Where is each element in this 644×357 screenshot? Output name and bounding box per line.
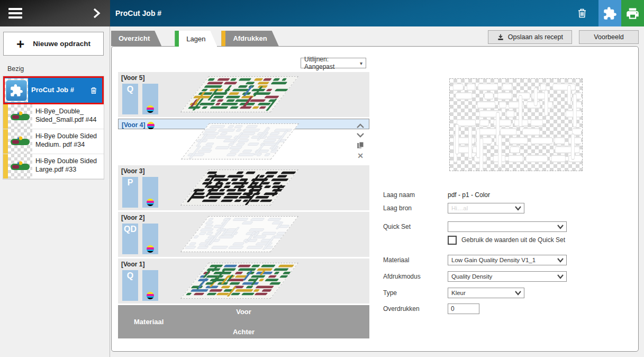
layer-color-bar: [142, 84, 158, 114]
laag-bron-row: Laag bron Hi…al: [383, 203, 524, 213]
layer-row-voor-1[interactable]: [Voor 1] Q: [118, 258, 369, 304]
materiaal-value: Low Gain Quality Density V1_1: [451, 257, 536, 263]
job-preview-logo: [10, 136, 31, 147]
type-row: Type Kleur: [383, 288, 524, 298]
back-side-label: Achter: [118, 328, 369, 336]
afdrukmodus-label: Afdrukmodus: [383, 273, 448, 280]
job-sidebar: + Nieuwe opdracht Bezig ProCut Job #: [0, 26, 110, 357]
tab-bar: Overzicht Lagen Afdrukken: [111, 31, 279, 46]
layer-mode-label: Q: [127, 271, 133, 281]
titlebar-actions: [576, 0, 644, 26]
save-recipe-label: Opslaan als recept: [508, 33, 563, 41]
duplicate-layer-icon[interactable]: [357, 141, 364, 149]
layer-row-voor-3[interactable]: [Voor 3] P: [118, 165, 369, 210]
align-dropdown[interactable]: Uitlijnen: Aangepast ▾: [301, 58, 366, 68]
preview-label: Voorbeeld: [594, 33, 623, 41]
layer-thumbnail: [180, 263, 298, 299]
job-item-medium[interactable]: Hi-Bye Double Sided Medium. pdf #34: [3, 129, 104, 154]
job-item-small[interactable]: Hi-Bye_Double_ Sided_Small.pdf #44: [3, 104, 104, 129]
window-title: ProCut Job #: [115, 9, 161, 17]
job-item-large[interactable]: Hi-Bye Double Sided Large.pdf #33: [3, 154, 104, 179]
sidebar-expand-chevron-icon[interactable]: [91, 7, 102, 19]
job-name: ProCut Job #: [28, 86, 89, 95]
material-side-label: Materiaal: [134, 318, 164, 326]
afdrukmodus-select[interactable]: Quality Density: [448, 271, 567, 282]
select-chevron-icon: [514, 205, 522, 212]
layer-id: [Voor 3]: [121, 167, 144, 175]
tab-accent-yellow: [221, 31, 225, 46]
tab-overzicht[interactable]: Overzicht: [111, 31, 161, 46]
tab-accent-green: [175, 31, 179, 47]
afdrukmodus-value: Quality Density: [451, 273, 492, 280]
layer-row-voor-2[interactable]: [Voor 2] QD: [118, 212, 369, 257]
job-thumbnail: [5, 78, 28, 102]
delete-job-icon[interactable]: [576, 7, 588, 20]
job-name: Hi-Bye Double Sided Large.pdf #33: [32, 154, 104, 178]
cmyk-icon: [147, 292, 154, 299]
dropdown-caret-icon: ▾: [360, 60, 362, 66]
layer-mode-label: P: [128, 178, 133, 188]
use-quick-set-checkbox[interactable]: [448, 236, 457, 245]
type-label: Type: [383, 289, 448, 297]
layer-thumbnail: [181, 123, 299, 159]
move-layer-down-icon[interactable]: [356, 132, 365, 138]
layer-row-voor-4[interactable]: [Voor 4] QD: [118, 119, 369, 129]
layers-footer-bar: Voor Materiaal Achter: [118, 305, 369, 338]
job-list: ProCut Job #: [3, 76, 104, 180]
quick-set-row: Quick Set: [383, 221, 567, 232]
job-delete-icon[interactable]: [89, 86, 98, 95]
layer-mode-bar: QD: [122, 224, 138, 254]
main-area: Overzicht Lagen Afdrukken: [110, 26, 644, 357]
layer-preview-image: [449, 78, 583, 171]
save-recipe-button[interactable]: Opslaan als recept: [488, 30, 572, 44]
layer-id: [Voor 1]: [121, 261, 144, 268]
layer-mode-bar: P: [122, 177, 138, 208]
job-item-procut[interactable]: ProCut Job #: [3, 76, 104, 104]
job-status-strip: [3, 154, 8, 178]
layer-mode-bar: Q: [122, 270, 138, 301]
menu-section: [0, 0, 110, 26]
layer-row-voor-5[interactable]: [Voor 5] Q: [118, 72, 369, 117]
layer-thumbnail: [180, 216, 298, 252]
overdrukken-row: Overdrukken: [383, 304, 479, 314]
tab-label: Afdrukken: [233, 34, 267, 42]
tab-label: Overzicht: [119, 34, 150, 42]
busy-section-label: Bezig: [7, 65, 110, 73]
tab-afdrukken[interactable]: Afdrukken: [221, 31, 278, 46]
layer-mode-bar: Q: [122, 84, 138, 114]
materiaal-row: Materiaal Low Gain Quality Density V1_1: [383, 255, 567, 265]
move-layer-up-icon[interactable]: [356, 123, 365, 129]
layer-mode-label: QD: [124, 132, 137, 141]
layer-color-bar: [142, 270, 158, 301]
align-dropdown-value: Uitlijnen: Aangepast: [304, 56, 360, 70]
remove-layer-icon[interactable]: ✕: [357, 153, 364, 159]
quick-set-select[interactable]: [448, 221, 567, 232]
quick-set-label: Quick Set: [383, 223, 448, 230]
materiaal-select[interactable]: Low Gain Quality Density V1_1: [448, 255, 567, 265]
front-side-label: Voor: [118, 308, 369, 316]
layer-thumbnail: [180, 76, 298, 112]
puzzle-job-icon: [6, 80, 27, 101]
materiaal-label: Materiaal: [383, 256, 448, 264]
hamburger-menu-icon[interactable]: [8, 8, 22, 19]
preview-button[interactable]: Voorbeeld: [579, 30, 639, 44]
plus-icon: +: [16, 39, 24, 49]
overdrukken-input[interactable]: [448, 304, 479, 314]
print-icon[interactable]: [621, 0, 644, 26]
layer-id: [Voor 5]: [121, 74, 144, 82]
laag-bron-label: Laag bron: [383, 204, 448, 212]
select-chevron-icon: [557, 224, 564, 231]
type-select[interactable]: Kleur: [448, 288, 524, 298]
use-quick-set-label: Gebruik de waarden uit de Quick Set: [461, 236, 565, 244]
laag-bron-select[interactable]: Hi…al: [448, 203, 524, 213]
cmyk-icon: [147, 122, 155, 129]
procut-puzzle-icon[interactable]: [598, 0, 621, 26]
select-chevron-icon: [514, 290, 522, 297]
tab-lagen[interactable]: Lagen: [175, 31, 217, 47]
new-job-button[interactable]: + Nieuwe opdracht: [3, 32, 104, 56]
select-chevron-icon: [557, 257, 564, 264]
type-value: Kleur: [451, 290, 466, 296]
lagen-panel: Uitlijnen: Aangepast ▾ [Voor 5] Q [Voor …: [111, 46, 639, 352]
job-thumbnail: [8, 129, 32, 154]
job-preview-logo: [10, 111, 31, 122]
